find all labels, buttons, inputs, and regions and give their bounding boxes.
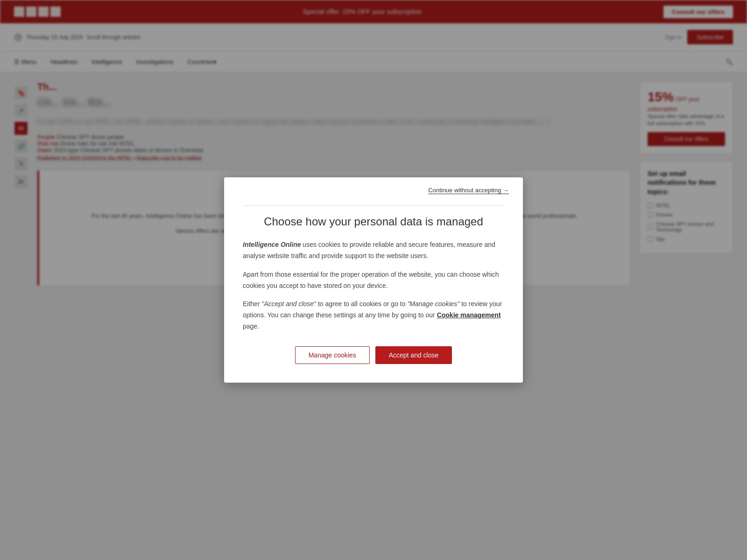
manage-cookies-button[interactable]: Manage cookies [295, 346, 370, 364]
accept-reference: "Accept and close" [261, 300, 316, 308]
cookie-management-link[interactable]: Cookie management [437, 311, 501, 319]
continue-without-accepting-link[interactable]: Continue without accepting → [428, 187, 509, 194]
modal-body-2: Apart from those essential for the prope… [243, 269, 504, 292]
cookie-modal: Continue without accepting → Choose how … [224, 177, 523, 383]
modal-buttons: Manage cookies Accept and close [243, 346, 504, 364]
modal-body-3: Either "Accept and close" to agree to al… [243, 299, 504, 332]
manage-reference: "Manage cookies" [407, 300, 459, 308]
brand-name: Intelligence Online [243, 241, 301, 248]
body-text-end: page. [243, 322, 259, 330]
modal-divider [243, 205, 504, 206]
modal-title: Choose how your personal data is managed [243, 215, 504, 228]
body-text-pre: Either [243, 300, 261, 308]
cookie-overlay: Continue without accepting → Choose how … [0, 0, 747, 560]
modal-body-1: Intelligence Online uses cookies to prov… [243, 239, 504, 262]
accept-and-close-button[interactable]: Accept and close [375, 346, 452, 364]
body-text-mid: to agree to all cookies or go to [316, 300, 407, 308]
